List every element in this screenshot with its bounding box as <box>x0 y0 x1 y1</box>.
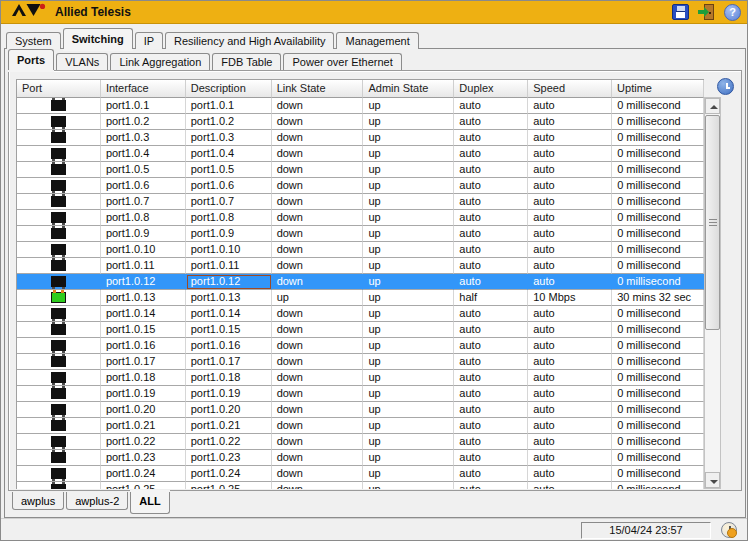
tab-system[interactable]: System <box>6 32 61 49</box>
tab-awplus-2[interactable]: awplus-2 <box>66 492 128 510</box>
scrollbar-thumb[interactable] <box>705 115 720 330</box>
table-row[interactable]: port1.0.22port1.0.22downupautoauto0 mill… <box>17 434 704 450</box>
table-row[interactable]: port1.0.5port1.0.5downupautoauto0 millis… <box>17 162 704 178</box>
tab-ip[interactable]: IP <box>135 32 163 49</box>
table-row[interactable]: port1.0.3port1.0.3downupautoauto0 millis… <box>17 130 704 146</box>
cell-duplex: auto <box>454 130 528 146</box>
tab-ports[interactable]: Ports <box>8 49 54 70</box>
port-down-icon <box>51 100 66 111</box>
cell-speed: auto <box>528 226 612 242</box>
tab-all[interactable]: ALL <box>130 492 169 514</box>
table-row[interactable]: port1.0.24port1.0.24downupautoauto0 mill… <box>17 466 704 482</box>
table-row[interactable]: port1.0.11port1.0.11downupautoauto0 mill… <box>17 258 704 274</box>
cell-admin-state: up <box>363 370 454 386</box>
status-bar: 15/04/24 23:57 <box>1 518 747 540</box>
tab-awplus[interactable]: awplus <box>12 492 64 510</box>
column-header-interface[interactable]: Interface <box>101 80 186 98</box>
column-header-description[interactable]: Description <box>186 80 272 98</box>
table-row[interactable]: port1.0.17port1.0.17downupautoauto0 mill… <box>17 354 704 370</box>
table-row[interactable]: port1.0.2port1.0.2downupautoauto0 millis… <box>17 114 704 130</box>
cell-speed: auto <box>528 306 612 322</box>
cell-port <box>17 146 101 162</box>
cell-link-state: down <box>272 178 364 194</box>
exit-icon[interactable] <box>698 4 715 20</box>
cell-port <box>17 450 101 466</box>
table-row[interactable]: port1.0.15port1.0.15downupautoauto0 mill… <box>17 322 704 338</box>
cell-port <box>17 482 101 489</box>
tab-fdb-table[interactable]: FDB Table <box>212 53 281 70</box>
table-row[interactable]: port1.0.20port1.0.20downupautoauto0 mill… <box>17 402 704 418</box>
cell-speed: auto <box>528 274 612 290</box>
table-row[interactable]: port1.0.10port1.0.10downupautoauto0 mill… <box>17 242 704 258</box>
table-row[interactable]: port1.0.13port1.0.13upuphalf10 Mbps30 mi… <box>17 290 704 306</box>
cell-admin-state: up <box>363 178 454 194</box>
cell-admin-state: up <box>363 210 454 226</box>
arrow-shape <box>698 10 704 14</box>
cell-link-state: down <box>272 162 364 178</box>
cell-duplex: auto <box>454 306 528 322</box>
cell-description: port1.0.6 <box>186 178 272 194</box>
cell-description: port1.0.22 <box>186 434 272 450</box>
vertical-scrollbar[interactable] <box>704 97 721 489</box>
cell-uptime: 0 millisecond <box>612 130 704 146</box>
tab-power-over-ethernet[interactable]: Power over Ethernet <box>283 53 401 70</box>
column-header-duplex[interactable]: Duplex <box>454 80 528 98</box>
cell-uptime: 0 millisecond <box>612 210 704 226</box>
status-clock-icon[interactable] <box>721 522 737 538</box>
table-row[interactable]: port1.0.4port1.0.4downupautoauto0 millis… <box>17 146 704 162</box>
cell-duplex: auto <box>454 322 528 338</box>
cell-interface: port1.0.15 <box>101 322 186 338</box>
cell-duplex: auto <box>454 386 528 402</box>
cell-link-state: down <box>272 482 364 489</box>
cell-admin-state: up <box>363 386 454 402</box>
table-row[interactable]: port1.0.7port1.0.7downupautoauto0 millis… <box>17 194 704 210</box>
table-row[interactable]: port1.0.9port1.0.9downupautoauto0 millis… <box>17 226 704 242</box>
cell-port <box>17 178 101 194</box>
cell-description: port1.0.2 <box>186 114 272 130</box>
column-header-speed[interactable]: Speed <box>528 80 612 98</box>
cell-interface: port1.0.10 <box>101 242 186 258</box>
cell-description: port1.0.21 <box>186 418 272 434</box>
port-down-icon <box>51 164 66 175</box>
column-header-link-state[interactable]: Link State <box>272 80 364 98</box>
cell-uptime: 0 millisecond <box>612 306 704 322</box>
save-icon[interactable] <box>672 4 689 20</box>
cell-interface: port1.0.22 <box>101 434 186 450</box>
table-row[interactable]: port1.0.14port1.0.14downupautoauto0 mill… <box>17 306 704 322</box>
cell-description: port1.0.20 <box>186 402 272 418</box>
tab-management[interactable]: Management <box>336 32 418 49</box>
column-header-admin-state[interactable]: Admin State <box>363 80 454 98</box>
cell-description: port1.0.16 <box>186 338 272 354</box>
cell-uptime: 0 millisecond <box>612 226 704 242</box>
refresh-clock-icon[interactable] <box>717 78 734 95</box>
table-row[interactable]: port1.0.21port1.0.21downupautoauto0 mill… <box>17 418 704 434</box>
table-row[interactable]: port1.0.23port1.0.23downupautoauto0 mill… <box>17 450 704 466</box>
column-header-uptime[interactable]: Uptime <box>612 80 704 98</box>
tab-vlans[interactable]: VLANs <box>56 53 108 70</box>
scrollbar-up-button[interactable] <box>705 98 720 114</box>
cell-duplex: auto <box>454 194 528 210</box>
table-row[interactable]: port1.0.25port1.0.25downupautoauto0 mill… <box>17 482 704 489</box>
cell-duplex: auto <box>454 114 528 130</box>
table-row[interactable]: port1.0.19port1.0.19downupautoauto0 mill… <box>17 386 704 402</box>
tab-switching[interactable]: Switching <box>63 28 133 49</box>
port-down-icon <box>51 308 66 319</box>
table-row[interactable]: port1.0.1port1.0.1downupautoauto0 millis… <box>17 98 704 114</box>
tab-link-aggregation[interactable]: Link Aggregation <box>110 53 210 70</box>
column-header-port[interactable]: Port <box>17 80 101 98</box>
cell-speed: auto <box>528 322 612 338</box>
cell-duplex: auto <box>454 226 528 242</box>
table-row[interactable]: port1.0.6port1.0.6downupautoauto0 millis… <box>17 178 704 194</box>
table-row[interactable]: port1.0.8port1.0.8downupautoauto0 millis… <box>17 210 704 226</box>
table-row[interactable]: port1.0.18port1.0.18downupautoauto0 mill… <box>17 370 704 386</box>
cell-description: port1.0.18 <box>186 370 272 386</box>
cell-interface: port1.0.1 <box>101 98 186 114</box>
tab-resiliency-and-high-availability[interactable]: Resiliency and High Availability <box>165 32 334 49</box>
table-row[interactable]: port1.0.16port1.0.16downupautoauto0 mill… <box>17 338 704 354</box>
cell-duplex: auto <box>454 466 528 482</box>
cell-port <box>17 130 101 146</box>
cell-duplex: auto <box>454 98 528 114</box>
table-row[interactable]: port1.0.12port1.0.12downupautoauto0 mill… <box>17 274 704 290</box>
scrollbar-down-button[interactable] <box>705 472 720 488</box>
help-icon[interactable]: ? <box>724 4 741 21</box>
